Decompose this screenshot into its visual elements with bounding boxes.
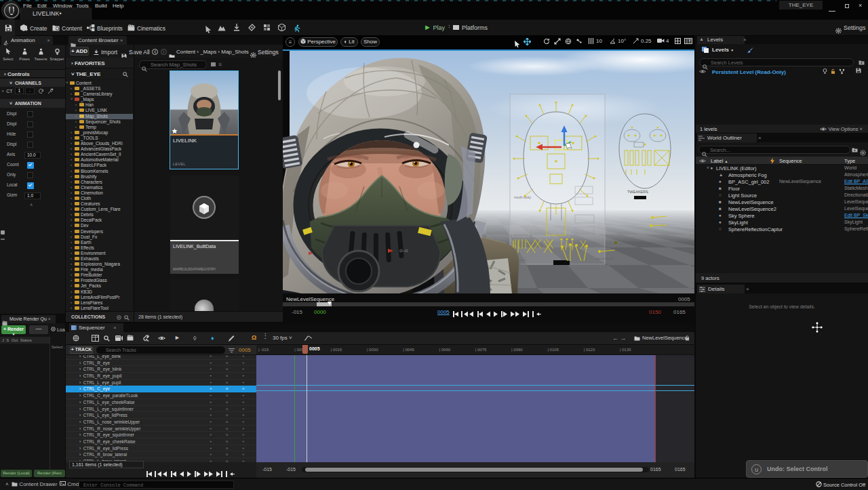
- svg-text:O–O: O–O: [399, 249, 408, 253]
- svg-text:globalsmartAB: globalsmartAB: [596, 257, 614, 260]
- svg-text:TWEAKERS: TWEAKERS: [627, 190, 648, 194]
- svg-text:mouth sticky: mouth sticky: [514, 196, 532, 199]
